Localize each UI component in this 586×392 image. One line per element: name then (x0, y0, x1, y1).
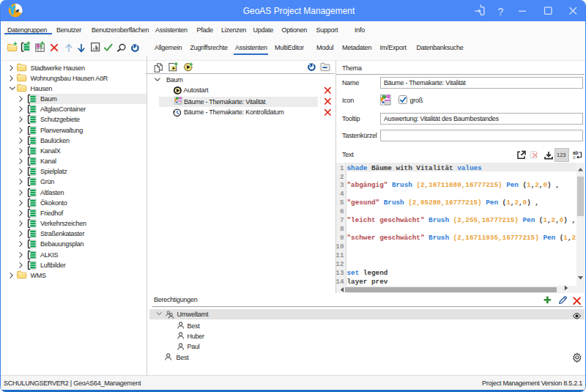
svg-text:?: ? (498, 6, 504, 18)
